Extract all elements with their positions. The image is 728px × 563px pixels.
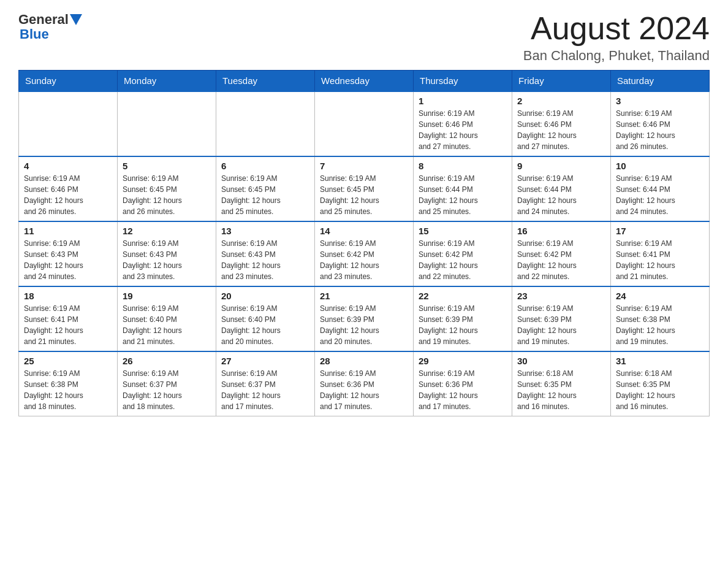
day-cell	[216, 91, 315, 156]
day-number: 19	[123, 291, 211, 301]
day-cell: 8Sunrise: 6:19 AM Sunset: 6:44 PM Daylig…	[414, 156, 512, 221]
day-cell: 15Sunrise: 6:19 AM Sunset: 6:42 PM Dayli…	[414, 221, 512, 286]
calendar-table: SundayMondayTuesdayWednesdayThursdayFrid…	[18, 70, 710, 416]
day-cell: 3Sunrise: 6:19 AM Sunset: 6:46 PM Daylig…	[611, 91, 710, 156]
day-info: Sunrise: 6:19 AM Sunset: 6:40 PM Dayligh…	[123, 303, 211, 347]
day-cell	[19, 91, 118, 156]
day-info: Sunrise: 6:19 AM Sunset: 6:46 PM Dayligh…	[517, 108, 605, 152]
day-cell: 18Sunrise: 6:19 AM Sunset: 6:41 PM Dayli…	[19, 286, 118, 351]
day-number: 21	[320, 291, 408, 301]
day-number: 3	[616, 96, 704, 106]
day-cell: 6Sunrise: 6:19 AM Sunset: 6:45 PM Daylig…	[216, 156, 315, 221]
day-info: Sunrise: 6:19 AM Sunset: 6:44 PM Dayligh…	[419, 173, 507, 217]
day-info: Sunrise: 6:18 AM Sunset: 6:35 PM Dayligh…	[517, 368, 605, 412]
day-cell: 7Sunrise: 6:19 AM Sunset: 6:45 PM Daylig…	[315, 156, 414, 221]
day-info: Sunrise: 6:19 AM Sunset: 6:46 PM Dayligh…	[24, 173, 112, 217]
month-title: August 2024	[523, 12, 710, 44]
day-info: Sunrise: 6:19 AM Sunset: 6:42 PM Dayligh…	[517, 238, 605, 282]
day-number: 15	[419, 226, 507, 236]
logo-general-text: General	[18, 12, 69, 27]
day-info: Sunrise: 6:19 AM Sunset: 6:39 PM Dayligh…	[419, 303, 507, 347]
day-number: 7	[320, 161, 408, 171]
day-cell: 14Sunrise: 6:19 AM Sunset: 6:42 PM Dayli…	[315, 221, 414, 286]
day-cell	[118, 91, 216, 156]
weekday-header-saturday: Saturday	[611, 71, 710, 92]
day-number: 10	[616, 161, 704, 171]
weekday-header-monday: Monday	[118, 71, 216, 92]
day-cell: 5Sunrise: 6:19 AM Sunset: 6:45 PM Daylig…	[118, 156, 216, 221]
day-number: 1	[419, 96, 507, 106]
day-cell: 23Sunrise: 6:19 AM Sunset: 6:39 PM Dayli…	[512, 286, 611, 351]
day-cell: 13Sunrise: 6:19 AM Sunset: 6:43 PM Dayli…	[216, 221, 315, 286]
day-info: Sunrise: 6:19 AM Sunset: 6:39 PM Dayligh…	[517, 303, 605, 347]
day-number: 17	[616, 226, 704, 236]
day-cell: 22Sunrise: 6:19 AM Sunset: 6:39 PM Dayli…	[414, 286, 512, 351]
day-info: Sunrise: 6:19 AM Sunset: 6:38 PM Dayligh…	[24, 368, 112, 412]
day-cell: 25Sunrise: 6:19 AM Sunset: 6:38 PM Dayli…	[19, 351, 118, 416]
day-info: Sunrise: 6:19 AM Sunset: 6:36 PM Dayligh…	[320, 368, 408, 412]
day-number: 16	[517, 226, 605, 236]
week-row-2: 4Sunrise: 6:19 AM Sunset: 6:46 PM Daylig…	[19, 156, 710, 221]
day-info: Sunrise: 6:19 AM Sunset: 6:43 PM Dayligh…	[123, 238, 211, 282]
day-info: Sunrise: 6:19 AM Sunset: 6:37 PM Dayligh…	[123, 368, 211, 412]
day-number: 23	[517, 291, 605, 301]
day-cell: 26Sunrise: 6:19 AM Sunset: 6:37 PM Dayli…	[118, 351, 216, 416]
day-number: 29	[419, 356, 507, 366]
day-cell: 27Sunrise: 6:19 AM Sunset: 6:37 PM Dayli…	[216, 351, 315, 416]
week-row-3: 11Sunrise: 6:19 AM Sunset: 6:43 PM Dayli…	[19, 221, 710, 286]
day-cell: 10Sunrise: 6:19 AM Sunset: 6:44 PM Dayli…	[611, 156, 710, 221]
day-info: Sunrise: 6:19 AM Sunset: 6:45 PM Dayligh…	[221, 173, 309, 217]
title-block: August 2024 Ban Chalong, Phuket, Thailan…	[523, 12, 710, 64]
day-number: 22	[419, 291, 507, 301]
day-cell: 20Sunrise: 6:19 AM Sunset: 6:40 PM Dayli…	[216, 286, 315, 351]
day-cell: 31Sunrise: 6:18 AM Sunset: 6:35 PM Dayli…	[611, 351, 710, 416]
day-number: 6	[221, 161, 309, 171]
weekday-header-row: SundayMondayTuesdayWednesdayThursdayFrid…	[19, 71, 710, 92]
day-info: Sunrise: 6:19 AM Sunset: 6:46 PM Dayligh…	[419, 108, 507, 152]
day-cell: 12Sunrise: 6:19 AM Sunset: 6:43 PM Dayli…	[118, 221, 216, 286]
day-cell: 30Sunrise: 6:18 AM Sunset: 6:35 PM Dayli…	[512, 351, 611, 416]
day-info: Sunrise: 6:18 AM Sunset: 6:35 PM Dayligh…	[616, 368, 704, 412]
day-number: 25	[24, 356, 112, 366]
weekday-header-tuesday: Tuesday	[216, 71, 315, 92]
day-info: Sunrise: 6:19 AM Sunset: 6:45 PM Dayligh…	[320, 173, 408, 217]
day-cell: 2Sunrise: 6:19 AM Sunset: 6:46 PM Daylig…	[512, 91, 611, 156]
day-cell: 1Sunrise: 6:19 AM Sunset: 6:46 PM Daylig…	[414, 91, 512, 156]
day-cell	[315, 91, 414, 156]
day-number: 5	[123, 161, 211, 171]
weekday-header-sunday: Sunday	[19, 71, 118, 92]
logo: General Blue	[18, 12, 82, 42]
day-info: Sunrise: 6:19 AM Sunset: 6:45 PM Dayligh…	[123, 173, 211, 217]
day-info: Sunrise: 6:19 AM Sunset: 6:41 PM Dayligh…	[24, 303, 112, 347]
day-info: Sunrise: 6:19 AM Sunset: 6:44 PM Dayligh…	[517, 173, 605, 217]
svg-marker-0	[70, 14, 82, 25]
day-info: Sunrise: 6:19 AM Sunset: 6:37 PM Dayligh…	[221, 368, 309, 412]
day-number: 14	[320, 226, 408, 236]
day-info: Sunrise: 6:19 AM Sunset: 6:38 PM Dayligh…	[616, 303, 704, 347]
day-number: 4	[24, 161, 112, 171]
day-number: 20	[221, 291, 309, 301]
day-number: 9	[517, 161, 605, 171]
day-info: Sunrise: 6:19 AM Sunset: 6:42 PM Dayligh…	[419, 238, 507, 282]
logo-arrow-icon	[70, 14, 82, 26]
page-header: General Blue August 2024 Ban Chalong, Ph…	[18, 12, 710, 64]
day-cell: 28Sunrise: 6:19 AM Sunset: 6:36 PM Dayli…	[315, 351, 414, 416]
day-info: Sunrise: 6:19 AM Sunset: 6:44 PM Dayligh…	[616, 173, 704, 217]
day-number: 27	[221, 356, 309, 366]
day-info: Sunrise: 6:19 AM Sunset: 6:36 PM Dayligh…	[419, 368, 507, 412]
week-row-5: 25Sunrise: 6:19 AM Sunset: 6:38 PM Dayli…	[19, 351, 710, 416]
day-number: 13	[221, 226, 309, 236]
location-title: Ban Chalong, Phuket, Thailand	[523, 48, 710, 64]
day-cell: 19Sunrise: 6:19 AM Sunset: 6:40 PM Dayli…	[118, 286, 216, 351]
day-info: Sunrise: 6:19 AM Sunset: 6:43 PM Dayligh…	[24, 238, 112, 282]
day-cell: 24Sunrise: 6:19 AM Sunset: 6:38 PM Dayli…	[611, 286, 710, 351]
day-number: 30	[517, 356, 605, 366]
day-cell: 11Sunrise: 6:19 AM Sunset: 6:43 PM Dayli…	[19, 221, 118, 286]
day-info: Sunrise: 6:19 AM Sunset: 6:42 PM Dayligh…	[320, 238, 408, 282]
day-number: 8	[419, 161, 507, 171]
logo-blue-text: Blue	[20, 27, 82, 42]
day-number: 24	[616, 291, 704, 301]
week-row-4: 18Sunrise: 6:19 AM Sunset: 6:41 PM Dayli…	[19, 286, 710, 351]
week-row-1: 1Sunrise: 6:19 AM Sunset: 6:46 PM Daylig…	[19, 91, 710, 156]
day-cell: 16Sunrise: 6:19 AM Sunset: 6:42 PM Dayli…	[512, 221, 611, 286]
